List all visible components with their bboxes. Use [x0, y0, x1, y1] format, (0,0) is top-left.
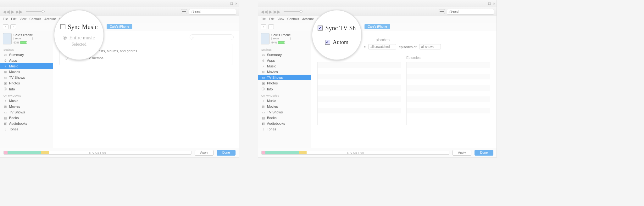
- sync-tvshows-checkbox[interactable]: [318, 26, 323, 31]
- sidebar-item-od-tones[interactable]: ♩Tones: [0, 126, 53, 132]
- episodes-list[interactable]: [406, 62, 490, 125]
- search-icon: ⌕: [192, 36, 194, 39]
- back-button[interactable]: ‹: [3, 24, 8, 29]
- content-search[interactable]: ⌕: [190, 34, 234, 40]
- sidebar-item-od-tvshows[interactable]: ▭TV Shows: [0, 109, 53, 115]
- tvshows-icon: ▭: [261, 111, 265, 114]
- sidebar-item-od-tvshows[interactable]: ▭TV Shows: [258, 109, 311, 115]
- sidebar-item-od-books[interactable]: ▤Books: [0, 115, 53, 121]
- menu-controls[interactable]: Controls: [287, 17, 299, 21]
- search-input[interactable]: ⌕: [189, 9, 236, 14]
- apply-button[interactable]: Apply: [195, 150, 214, 156]
- menu-controls[interactable]: Controls: [30, 17, 41, 21]
- lens-opt-entire: Entire music: [69, 35, 95, 41]
- shows-list[interactable]: [317, 62, 401, 125]
- list-view-button[interactable]: [439, 9, 445, 14]
- maximize-button[interactable]: ☐: [488, 2, 491, 5]
- play-icon[interactable]: ▶: [269, 9, 272, 14]
- shows-select[interactable]: all shows: [419, 44, 441, 49]
- magnifier-lens: Sync Music Entire music Selected: [54, 10, 104, 60]
- sidebar-item-tvshows[interactable]: ▭TV Shows: [258, 75, 311, 80]
- menu-account[interactable]: Account: [302, 17, 314, 21]
- device-name: Cale's iPhone: [14, 33, 33, 37]
- tones-icon: ♩: [3, 128, 7, 131]
- sidebar-item-od-music[interactable]: ♪Music: [258, 98, 311, 104]
- device-thumb-icon: [3, 33, 12, 44]
- sidebar-item-od-tones[interactable]: ♩Tones: [258, 126, 311, 132]
- minimize-button[interactable]: —: [483, 2, 486, 5]
- next-icon[interactable]: ▶▶: [274, 9, 280, 14]
- menu-view[interactable]: View: [19, 17, 26, 21]
- maximize-button[interactable]: ☐: [230, 2, 233, 5]
- info-icon: ⓘ: [261, 87, 265, 91]
- battery-pct: 93%: [14, 41, 19, 44]
- sidebar-item-od-movies[interactable]: ⊞Movies: [258, 104, 311, 109]
- sidebar-item-od-movies[interactable]: ⊞Movies: [0, 104, 53, 109]
- device-pill[interactable]: Cale's iPhone: [107, 24, 132, 29]
- menu-file[interactable]: File: [261, 17, 266, 21]
- close-button[interactable]: ✕: [493, 2, 495, 5]
- previous-icon[interactable]: ◀◀: [3, 9, 10, 14]
- menu-edit[interactable]: Edit: [11, 17, 16, 21]
- menu-file[interactable]: File: [3, 17, 8, 21]
- volume-slider[interactable]: [284, 11, 303, 12]
- info-icon: ⓘ: [3, 87, 7, 91]
- summary-icon: ▭: [261, 53, 265, 57]
- sync-music-checkbox[interactable]: [60, 24, 65, 29]
- sidebar-item-od-music[interactable]: ♪Music: [0, 98, 53, 104]
- music-icon: ♪: [3, 99, 7, 103]
- sidebar-item-od-audiobooks[interactable]: ◧Audiobooks: [0, 121, 53, 126]
- auto-include-checkbox[interactable]: [325, 40, 330, 45]
- books-icon: ▤: [261, 116, 265, 120]
- photos-icon: ▣: [3, 82, 7, 85]
- sidebar-item-movies[interactable]: ⊞Movies: [258, 69, 311, 75]
- device-banner[interactable]: Cale's iPhone 16GB 94%: [258, 31, 311, 46]
- menu-view[interactable]: View: [277, 17, 284, 21]
- magnifier-lens: Sync TV Sh Autom: [312, 10, 362, 60]
- sidebar-item-apps[interactable]: ✲Apps: [0, 58, 53, 63]
- nav-row: ‹ › Cale's iPhone: [0, 22, 239, 31]
- next-icon[interactable]: ▶▶: [16, 9, 23, 14]
- sidebar-item-info[interactable]: ⓘInfo: [258, 86, 311, 92]
- sidebar-item-apps[interactable]: ✲Apps: [258, 58, 311, 63]
- done-button[interactable]: Done: [475, 150, 493, 156]
- device-banner[interactable]: Cale's iPhone 16GB 93%: [0, 31, 53, 46]
- sidebar-item-summary[interactable]: ▭Summary: [0, 52, 53, 58]
- menu-account[interactable]: Account: [44, 17, 56, 21]
- device-pill[interactable]: Cale's iPhone: [364, 24, 390, 29]
- sidebar-item-music[interactable]: ♪Music: [0, 63, 53, 69]
- sidebar-item-summary[interactable]: ▭Summary: [258, 52, 311, 58]
- close-button[interactable]: ✕: [235, 2, 237, 5]
- done-button[interactable]: Done: [217, 150, 236, 156]
- sidebar-item-music[interactable]: ♪Music: [258, 63, 311, 69]
- movies-icon: ⊞: [261, 105, 265, 108]
- sidebar-item-photos[interactable]: ▣Photos: [258, 80, 311, 86]
- titlebar: — ☐ ✕: [0, 0, 239, 7]
- sidebar-item-tvshows[interactable]: ▭TV Shows: [0, 75, 53, 80]
- play-icon[interactable]: ▶: [11, 9, 14, 14]
- sidebar-item-photos[interactable]: ▣Photos: [0, 80, 53, 86]
- menu-edit[interactable]: Edit: [269, 17, 274, 21]
- sidebar-item-od-audiobooks[interactable]: ◧Audiobooks: [258, 121, 311, 126]
- sidebar-item-movies[interactable]: ⊞Movies: [0, 69, 53, 75]
- apply-button[interactable]: Apply: [452, 150, 471, 156]
- auto-label: Autom: [333, 39, 348, 46]
- movies-icon: ⊞: [3, 105, 7, 108]
- back-button[interactable]: ‹: [261, 24, 266, 29]
- itunes-window-right: — ☐ ✕ ◀◀ ▶ ▶▶ ⌕ File Edit View Controls …: [258, 0, 497, 157]
- previous-icon[interactable]: ◀◀: [261, 9, 268, 14]
- forward-button[interactable]: ›: [268, 24, 274, 29]
- storage-free-label: 8.72 GB Free: [4, 151, 191, 154]
- list-view-button[interactable]: [181, 9, 187, 14]
- volume-slider[interactable]: [26, 11, 45, 12]
- search-input[interactable]: ⌕: [447, 9, 494, 14]
- sidebar-item-od-books[interactable]: ▤Books: [258, 115, 311, 121]
- sidebar-item-info[interactable]: ⓘInfo: [0, 86, 53, 92]
- minimize-button[interactable]: —: [225, 2, 228, 5]
- movies-icon: ⊞: [3, 70, 7, 74]
- unwatched-select[interactable]: all unwatched: [368, 44, 396, 49]
- tvshows-icon: ▭: [261, 76, 265, 79]
- col-episodes-hdr: Episodes: [406, 56, 490, 60]
- forward-button[interactable]: ›: [10, 24, 16, 29]
- itunes-window-left: — ☐ ✕ ◀◀ ▶ ▶▶ ⌕ File Edit View Controls …: [0, 0, 239, 157]
